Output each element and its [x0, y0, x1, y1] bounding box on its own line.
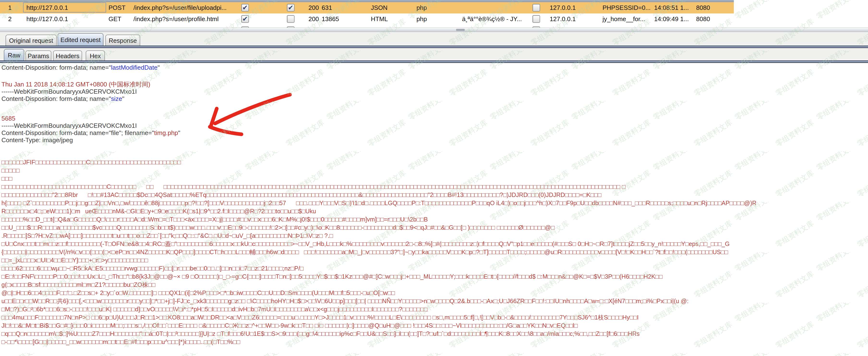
- request-header-line: ------WebKitFormBoundaryyxA9CERVOKCMxo1I: [1, 122, 868, 129]
- binary-body-line: □□□4mu□□□F□□□□□□□7N□nP>□ □□6□p□U)U□□□J□R…: [1, 313, 868, 321]
- binary-body-line: .R□□□□□]S□?H□vZ□□wA[□□□]□□□□□□□□t□u□□t□□…: [1, 232, 868, 240]
- request-tab-bar: Original requestEdited requestResponse: [0, 32, 868, 46]
- cell-ext: php: [416, 2, 427, 13]
- binary-body-line: □M□?)□G□²□6b*□□□6□s□-□□□□!□□□u□K| □□□□□□…: [1, 305, 868, 313]
- tab-original-request[interactable]: Original request: [5, 35, 57, 46]
- tab-edited-request[interactable]: Edited request: [58, 33, 103, 46]
- cell-num: 2: [8, 13, 11, 25]
- blank-line: [1, 144, 4, 158]
- binary-body-line: □□□□□□□□□□□□□□"2□□8Rbr □!□□#13AC□□□□□$Dc…: [1, 191, 868, 199]
- cell-length: ...: [322, 25, 327, 28]
- cell-port: 8080: [696, 13, 710, 25]
- blank-line: [1, 71, 4, 81]
- cell-ext: php: [416, 13, 427, 25]
- param-value-red: 5685: [1, 115, 16, 122]
- binary-body-line: g(□x□□□□B□sf□□□□□□□□□□ml□m□Z1?□□□□□bu□ZO…: [1, 280, 868, 289]
- cell-ip: 127.0.0.1: [550, 25, 576, 28]
- cell-ext: ...: [416, 25, 422, 28]
- http-history-row[interactable]: 3http://127.0.0.1GET/index.php?s=/user/f…: [0, 25, 734, 28]
- checked-checkbox[interactable]: ✔: [241, 4, 249, 11]
- binary-body-line: @□|□H□□6□□4□□□□F□□'□.□Z□□s□+ 2□y□`o□W.□□…: [1, 289, 868, 297]
- binary-body-line: □□□: [1, 174, 868, 183]
- horizontal-scrollbar[interactable]: [0, 28, 868, 32]
- binary-body-line: □□□□□: [1, 166, 868, 174]
- subtab-underline: [0, 61, 868, 63]
- cell-mime: HTML: [371, 13, 388, 25]
- checked-checkbox[interactable]: ✔: [287, 4, 294, 11]
- checked-checkbox[interactable]: ✔: [241, 15, 249, 23]
- cell-time: 14:09:49 1...: [654, 13, 689, 25]
- cell-path: /index.php?s=/user/file/uploadMt...: [133, 25, 229, 28]
- tab-underline: [0, 46, 868, 48]
- unchecked-checkbox[interactable]: [532, 15, 540, 23]
- binary-body-line: □□=_|xL□□□x□UI□4□□E□□Y]□□□+□r□>y□□□□□□□□…: [1, 256, 868, 264]
- cell-ip: 127.0.0.1: [550, 13, 576, 25]
- cell-cookies: ...: [602, 25, 608, 28]
- tab-response[interactable]: Response: [105, 35, 140, 46]
- binary-body-line: □-□□*\□□□□]G□□|□□□□□_□□w□□□□□□m□□t□□E□#f…: [1, 338, 868, 346]
- blank-line: [1, 102, 4, 115]
- binary-body-line: h{□□□□ □Z`□□□□□□□□□P□□j□□g□□Z|□□Vn□,□w/□…: [1, 199, 868, 207]
- binary-body-line: □□U_□□□$□□R□□□□a□□□□□□□□□$vc□□□□Q□□□□□□□…: [1, 224, 868, 232]
- param-value-red: timg.php: [154, 129, 178, 137]
- http-history-table: 1http://127.0.0.1POST/index.php?s=/user/…: [0, 0, 734, 28]
- http-history-partial-row: 3http://127.0.0.1GET/index.php?s=/user/f…: [0, 25, 734, 28]
- cell-url: http://127.0.0.1: [26, 13, 68, 25]
- cell-num: 3: [8, 25, 11, 28]
- header-text: Content-Type: image/jpeg: [1, 137, 73, 144]
- request-header-line: 5685: [1, 115, 868, 122]
- cell-cookies: jy_home__for...: [602, 13, 645, 25]
- tab-raw[interactable]: Raw: [4, 49, 24, 61]
- cell-status: 200: [308, 2, 319, 13]
- burp-proxy-window: { "watermark": { "text": "零组资料文库" }, "co…: [0, 0, 868, 356]
- raw-request-editor[interactable]: Content-Disposition: form-data; name="la…: [1, 64, 868, 346]
- cell-num: 1: [8, 2, 11, 13]
- tab-headers[interactable]: Headers: [53, 51, 82, 61]
- header-text: ": [122, 95, 124, 102]
- binary-body-line: □□□□□□%□□D_□□t{□Q&a□G□□□□□Q□\□□□r□□□□A□d…: [1, 215, 868, 224]
- binary-body-line: □E□!□□FNF\□□□□□P□□0□□□!□□Ux□L□_□Th□□"□b8…: [1, 272, 868, 280]
- param-value-blue: lastModifiedDate: [111, 64, 158, 71]
- unchecked-checkbox[interactable]: [287, 15, 294, 23]
- cell-ip: 127.0.0.1: [550, 2, 576, 13]
- binary-body-line: □U□Cnx□□□t□□m□□z□□f□□□□□□□□□(-T□OFN□e&8□…: [1, 240, 868, 248]
- cell-path: /index.php?s=/user/profile.html: [133, 13, 219, 25]
- scrollbar-thumb[interactable]: [456, 29, 465, 31]
- cell-time: 14:08:51 1...: [654, 2, 689, 13]
- message-view-tab-bar: RawParamsHeadersHex: [0, 48, 868, 61]
- cell-title: ä¸ªä°°è®¾ç½® - JY...: [462, 13, 522, 25]
- header-text: Content-Disposition: form-data; name="fi…: [1, 129, 154, 137]
- http-history-row[interactable]: 1http://127.0.0.1POST/index.php?s=/user/…: [0, 2, 734, 14]
- cell-status: 200: [308, 25, 319, 28]
- cell-cookies: PHPSESSID=0...: [602, 2, 651, 13]
- header-text: ------WebKitFormBoundaryyxA9CERVOKCMxo1I: [1, 88, 137, 95]
- cell-port: 8080: [696, 25, 710, 28]
- cell-method: GET: [108, 13, 121, 25]
- cell-status: 200: [308, 13, 319, 25]
- tab-params[interactable]: Params: [26, 51, 51, 61]
- cell-length: 13865: [322, 13, 339, 25]
- cell-method: GET: [108, 25, 121, 28]
- binary-body-line: Jl□!□□&□M□t□Bi$□□G□#□}□□□0□i□□□□□M□□;□□□…: [1, 321, 868, 330]
- header-text: ": [157, 64, 160, 71]
- request-header-line: Thu Jan 11 2018 14:08:12 GMT+0800 (中国标准时…: [1, 81, 868, 88]
- header-text: Content-Disposition: form-data; name=": [1, 64, 111, 71]
- tab-hex[interactable]: Hex: [86, 51, 105, 61]
- binary-body-line: □□□□62□□□□6□□□wµ□□~□R5□kA□E5□□□□□□rvwg□□…: [1, 264, 868, 272]
- unchecked-checkbox[interactable]: [532, 4, 540, 11]
- cell-path: /index.php?s=/user/file/uploadpi...: [133, 2, 226, 13]
- request-header-line: ------WebKitFormBoundaryyxA9CERVOKCMxo1I: [1, 88, 868, 95]
- request-header-line: Content-Type: image/jpeg: [1, 137, 868, 144]
- request-header-line: Content-Disposition: form-data; name="la…: [1, 64, 868, 71]
- request-header-line: Content-Disposition: form-data; name="fi…: [1, 129, 868, 137]
- cell-time: 14:09:51 1...: [654, 25, 689, 28]
- request-header-line: Content-Disposition: form-data; name="si…: [1, 95, 868, 102]
- param-value-blue: size: [111, 95, 122, 102]
- http-history-row[interactable]: 2http://127.0.0.1GET/index.php?s=/user/p…: [0, 13, 734, 25]
- header-text: ": [178, 129, 180, 137]
- binary-body-line: u□□E□□r□□W□□R□□共6}□□□[,<□□□w□□□□□□□r□□□y…: [1, 297, 868, 305]
- cell-length: 631: [322, 2, 332, 13]
- cell-url: http://127.0.0.1: [26, 25, 68, 28]
- header-text: Content-Disposition: form-data; name=": [1, 95, 111, 102]
- cell-method: POST: [108, 2, 126, 13]
